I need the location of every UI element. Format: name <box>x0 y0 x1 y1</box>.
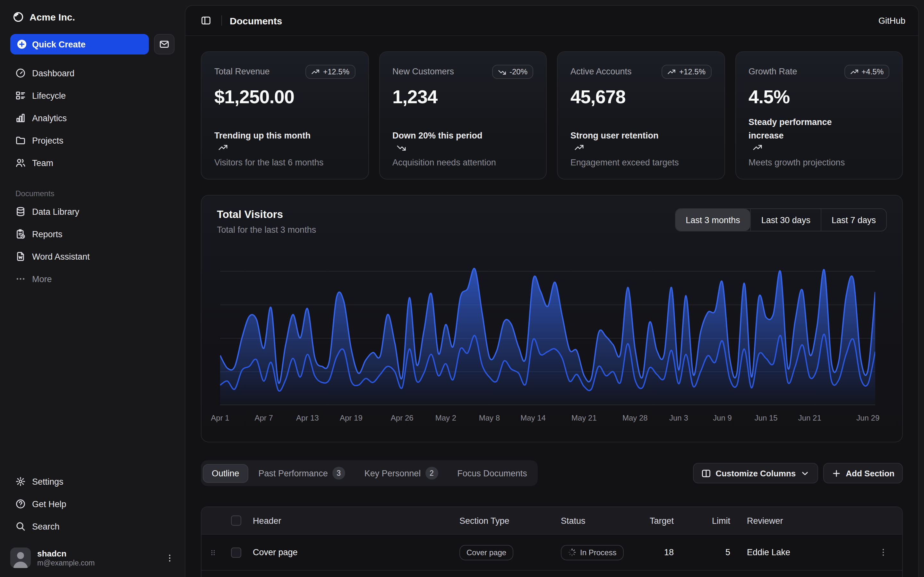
user-name: shadcn <box>37 549 95 559</box>
user-menu[interactable]: shadcn m@example.com <box>0 540 185 577</box>
range-last-30-days[interactable]: Last 30 days <box>750 209 821 231</box>
col-header: Header <box>248 516 454 525</box>
stat-label: Total Revenue <box>214 65 270 76</box>
sidebar-item-search[interactable]: Search <box>10 517 174 536</box>
gauge-icon <box>15 68 26 78</box>
stat-footer-title: Trending up this month <box>214 129 355 153</box>
brand[interactable]: Acme Inc. <box>0 5 185 29</box>
x-axis-tick: Jun 9 <box>713 414 732 422</box>
visitors-chart <box>220 251 875 405</box>
limit-cell[interactable]: 5 <box>685 548 742 557</box>
tab-focus-documents[interactable]: Focus Documents <box>448 464 536 482</box>
range-last-7-days[interactable]: Last 7 days <box>821 209 886 231</box>
stat-label: Active Accounts <box>570 65 632 76</box>
inbox-button[interactable] <box>154 34 174 55</box>
stat-footer-desc: Meets growth projections <box>748 158 889 167</box>
sidebar-item-word-assistant[interactable]: Word Assistant <box>10 247 174 266</box>
x-axis-tick: Jun 15 <box>754 414 778 422</box>
chevron-down-icon <box>800 468 810 478</box>
col-section-type: Section Type <box>454 516 556 525</box>
stat-footer-desc: Acquisition needs attention <box>393 158 533 167</box>
page-content: Total Revenue +12.5% $1,250.00 Trending … <box>186 36 918 577</box>
github-link[interactable]: GitHub <box>879 16 905 25</box>
main-panel: Documents GitHub Total Revenue +12.5% $1… <box>185 5 919 577</box>
sidebar-toggle-button[interactable] <box>198 13 214 28</box>
sidebar-item-lifecycle[interactable]: Lifecycle <box>10 86 174 105</box>
row-actions-button[interactable] <box>878 548 888 557</box>
search-icon <box>15 521 26 532</box>
quick-create-button[interactable]: Quick Create <box>10 34 149 55</box>
drag-handle[interactable] <box>202 548 225 557</box>
table-header-row: Header Section Type Status Target Limit … <box>202 507 902 534</box>
customize-columns-button[interactable]: Customize Columns <box>693 463 818 484</box>
avatar <box>10 548 31 568</box>
circle-plus-icon <box>17 39 27 49</box>
stat-footer-title: Down 20% this period <box>393 129 533 153</box>
sidebar: Acme Inc. Quick Create Dashb <box>0 0 185 577</box>
page-title: Documents <box>230 15 282 26</box>
tab-past-performance[interactable]: Past Performance 3 <box>250 462 354 484</box>
row-checkbox[interactable] <box>231 547 241 558</box>
user-email: m@example.com <box>37 559 95 567</box>
tab-outline[interactable]: Outline <box>203 464 248 482</box>
x-axis-tick: Apr 13 <box>296 414 319 422</box>
table-toolbar: Outline Past Performance 3 Key Personnel… <box>201 460 903 486</box>
quick-create-row: Quick Create <box>0 29 185 57</box>
sidebar-item-settings[interactable]: Settings <box>10 472 174 491</box>
chart-title: Total Visitors <box>217 208 316 221</box>
section-type-badge: Cover page <box>459 545 513 560</box>
sidebar-item-dashboard[interactable]: Dashboard <box>10 63 174 83</box>
trend-badge: +4.5% <box>844 65 889 79</box>
tab-key-personnel[interactable]: Key Personnel 2 <box>355 462 447 484</box>
stat-cards-row: Total Revenue +12.5% $1,250.00 Trending … <box>201 51 903 179</box>
sidebar-item-analytics[interactable]: Analytics <box>10 108 174 127</box>
reviewer-cell[interactable]: Eddie Lake <box>742 548 864 557</box>
select-all-checkbox[interactable] <box>231 516 241 526</box>
add-section-button[interactable]: Add Section <box>823 463 903 484</box>
col-reviewer: Reviewer <box>742 516 864 525</box>
sidebar-item-projects[interactable]: Projects <box>10 131 174 150</box>
x-axis-tick: Jun 3 <box>669 414 688 422</box>
stat-footer-desc: Engagement exceed targets <box>570 158 711 167</box>
stat-card-growth-rate: Growth Rate +4.5% 4.5% Steady performanc… <box>735 51 903 179</box>
trending-up-icon <box>570 143 711 153</box>
visitors-area-chart <box>220 251 875 405</box>
header-divider <box>221 15 222 26</box>
tab-count-badge: 3 <box>333 467 345 480</box>
trend-badge: -20% <box>492 65 533 79</box>
folder-icon <box>15 135 26 145</box>
stat-label: New Customers <box>393 65 454 76</box>
sidebar-item-reports[interactable]: Reports <box>10 224 174 243</box>
stat-footer-title: Strong user retention <box>570 129 711 153</box>
stat-card-active-accounts: Active Accounts +12.5% 45,678 Strong use… <box>557 51 725 179</box>
columns-icon <box>701 468 711 478</box>
status-badge: In Process <box>561 545 624 560</box>
x-axis-tick: Jun 21 <box>798 414 821 422</box>
sidebar-item-get-help[interactable]: Get Help <box>10 494 174 514</box>
x-axis-tick: Apr 19 <box>340 414 363 422</box>
x-axis-tick: Apr 26 <box>391 414 414 422</box>
sidebar-spacer <box>0 288 185 466</box>
stat-card-new-customers: New Customers -20% 1,234 Down 20% this p… <box>379 51 547 179</box>
sidebar-item-data-library[interactable]: Data Library <box>10 202 174 221</box>
sidebar-item-team[interactable]: Team <box>10 153 174 172</box>
sidebar-item-more[interactable]: More <box>10 269 174 288</box>
chart-heading: Total Visitors Total for the last 3 mont… <box>217 208 316 235</box>
main-nav: Dashboard Lifecycle Analytics <box>0 57 185 172</box>
ellipsis-icon <box>15 274 26 284</box>
stat-card-total-revenue: Total Revenue +12.5% $1,250.00 Trending … <box>201 51 368 179</box>
target-cell[interactable]: 18 <box>640 548 685 557</box>
col-target: Target <box>640 516 685 525</box>
x-axis-tick: Jun 29 <box>856 414 879 422</box>
tab-count-badge: 2 <box>425 467 438 480</box>
documents-nav: Data Library Reports Word Assistant <box>0 201 185 288</box>
trending-down-icon <box>393 143 533 153</box>
x-axis-tick: May 28 <box>622 414 648 422</box>
row-header-cell[interactable]: Cover page <box>248 548 454 557</box>
section-tabs: Outline Past Performance 3 Key Personnel… <box>201 460 538 486</box>
x-axis-tick: May 21 <box>572 414 597 422</box>
trending-down-icon <box>498 68 506 76</box>
range-last-3-months[interactable]: Last 3 months <box>675 209 750 231</box>
page-header: Documents GitHub <box>186 6 918 36</box>
acme-logo-icon <box>13 11 24 23</box>
